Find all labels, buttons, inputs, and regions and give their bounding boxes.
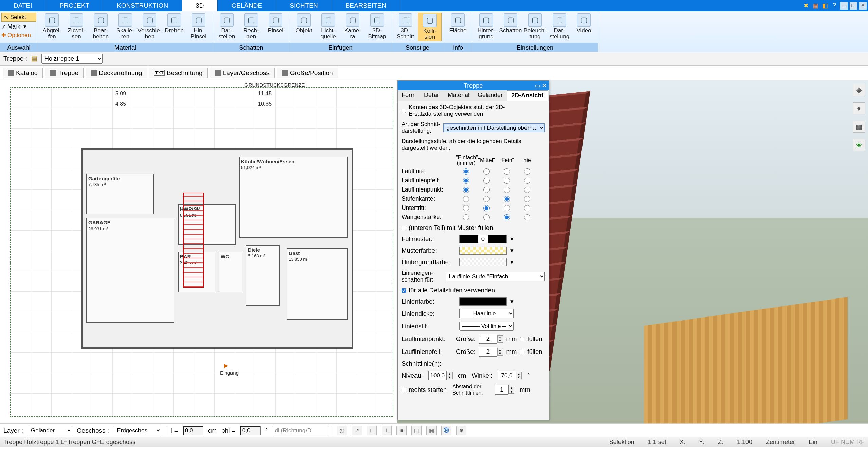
detail-radio[interactable] <box>483 168 490 175</box>
detail-radio[interactable] <box>504 168 510 175</box>
help-icon[interactable]: ? <box>831 2 838 10</box>
detail-radio[interactable] <box>524 205 530 211</box>
tree-icon[interactable]: ❀ <box>853 139 865 151</box>
ribbon-button[interactable]: ▢Skalie- ren <box>113 13 137 40</box>
ribbon-button[interactable]: ▢Bear- beiten <box>89 13 113 40</box>
groesse-position-button[interactable]: Größe/Position <box>277 68 338 78</box>
menu-projekt[interactable]: PROJEKT <box>46 0 104 11</box>
detail-radio[interactable] <box>504 196 510 202</box>
dropdown-icon[interactable]: ▾ <box>510 247 514 254</box>
fuellmuster-swatch[interactable]: 0 <box>459 235 507 243</box>
detail-radio[interactable] <box>463 214 469 220</box>
clock-icon[interactable]: ◷ <box>337 426 347 435</box>
beschriftung-button[interactable]: TXTBeschriftung <box>149 68 207 78</box>
detail-radio[interactable] <box>463 178 469 184</box>
ribbon-button[interactable]: ▢Drehen <box>162 13 186 34</box>
panel-close-icon[interactable]: ✕ <box>542 82 547 89</box>
deckenoeffnung-button[interactable]: Deckenöffnung <box>86 68 147 78</box>
muster-checkbox[interactable]: (unteren Teil) mit Muster füllen <box>402 224 545 232</box>
target-icon[interactable]: ⊕ <box>456 426 466 435</box>
linienstil-select[interactable]: ——— Volllinie ——— <box>459 322 514 331</box>
detail-radio[interactable] <box>483 214 490 220</box>
selected-stair[interactable] <box>183 193 204 288</box>
corner-icon[interactable]: ◱ <box>411 426 422 435</box>
window-icon[interactable]: ◧ <box>821 2 829 10</box>
tool-icon[interactable]: ✖ <box>802 2 810 10</box>
detail-radio[interactable] <box>463 187 469 193</box>
detail-radio[interactable] <box>463 205 469 211</box>
lpfeil-spinner[interactable]: ▲▼ <box>479 347 503 357</box>
ribbon-button[interactable]: ▢Kolli- sion <box>418 13 442 41</box>
mark-dropdown[interactable]: ↗ Mark. ▾ <box>1 23 36 30</box>
ribbon-button[interactable]: ▢Hinter- grund <box>474 13 498 40</box>
angle-icon[interactable]: ∟ <box>367 426 377 435</box>
detail-radio[interactable] <box>504 187 510 193</box>
ribbon-button[interactable]: ▢Abgrei- fen <box>40 13 64 40</box>
menu-3d[interactable]: 3D <box>182 0 218 11</box>
geschoss-select[interactable]: Erdgeschos <box>114 426 161 435</box>
menu-sichten[interactable]: SICHTEN <box>276 0 332 11</box>
arrow-icon[interactable]: ↗ <box>352 426 362 435</box>
layer-select[interactable]: Geländer <box>28 426 72 435</box>
katalog-button[interactable]: Katalog <box>3 68 43 78</box>
winkel-spinner[interactable]: ▲▼ <box>498 371 522 380</box>
alle-detail-checkbox[interactable]: für alle Detailstufen verwenden <box>402 287 545 294</box>
detail-radio[interactable] <box>483 205 490 211</box>
close-icon[interactable]: × <box>859 2 867 10</box>
optionen-button[interactable]: ✚ Optionen <box>1 32 36 39</box>
layers-icon[interactable]: ◈ <box>853 84 865 96</box>
chair-icon[interactable]: ♦ <box>853 102 865 114</box>
tab-detail[interactable]: Detail <box>420 90 444 101</box>
abstand-spinner[interactable]: ▲▼ <box>495 385 514 395</box>
detail-radio[interactable] <box>504 205 510 211</box>
ribbon-button[interactable]: ▢Objekt <box>292 13 316 34</box>
ribbon-button[interactable]: ▢Fläche <box>446 13 470 34</box>
ribbon-button[interactable]: ▢3D- Schnitt <box>393 13 417 40</box>
ribbon-button[interactable]: ▢Pinsel <box>264 13 288 34</box>
treppe-button[interactable]: Treppe <box>45 68 84 78</box>
niveau-spinner[interactable]: ▲▼ <box>428 371 453 380</box>
detail-radio[interactable] <box>483 196 490 202</box>
detail-radio[interactable] <box>483 178 490 184</box>
edges-checkbox[interactable]: Kanten des 3D-Objektes statt der 2D-Ersa… <box>402 104 545 117</box>
ribbon-button[interactable]: ▢Schatten <box>499 13 522 34</box>
liniendicke-select[interactable]: Haarlinie <box>459 309 514 318</box>
palette-icon[interactable]: ▦ <box>853 121 865 133</box>
menu-datei[interactable]: DATEI <box>0 0 46 11</box>
ribbon-button[interactable]: ▢Hin. Pinsel <box>187 13 210 40</box>
ribbon-button[interactable]: ▢Zuwei- sen <box>64 13 88 40</box>
grid-icon[interactable]: ▦ <box>426 426 437 435</box>
dropdown-icon[interactable]: ▾ <box>510 258 514 266</box>
detail-radio[interactable] <box>524 214 530 220</box>
tab-form[interactable]: Form <box>398 90 420 101</box>
treppe-select[interactable]: Holztreppe 1 <box>41 54 103 64</box>
phi-input[interactable] <box>240 426 261 435</box>
menu-bearbeiten[interactable]: BEARBEITEN <box>332 0 400 11</box>
panel-titlebar[interactable]: Treppe ▭✕ <box>398 81 549 90</box>
menu-konstruktion[interactable]: KONSTRUKTION <box>103 0 182 11</box>
ribbon-button[interactable]: ▢Dar- stellen <box>215 13 239 40</box>
tab-gelaender[interactable]: Geländer <box>474 90 507 101</box>
detail-radio[interactable] <box>483 187 490 193</box>
ribbon-button[interactable]: ▢Video <box>572 13 596 34</box>
linien-select[interactable]: Lauflinie Stufe "Einfach" <box>446 272 545 281</box>
ribbon-button[interactable]: ▢Beleuch- tung <box>523 13 547 40</box>
box-icon[interactable]: ▦ <box>812 2 819 10</box>
lpunkt-spinner[interactable]: ▲▼ <box>479 334 503 344</box>
musterfarbe-swatch[interactable] <box>459 247 507 255</box>
linienfarbe-swatch[interactable] <box>459 297 507 306</box>
ribbon-button[interactable]: ▢Dar- stellung <box>548 13 571 40</box>
lpunkt-fuellen[interactable]: füllen <box>520 335 542 343</box>
layers-icon[interactable]: ≡ <box>396 426 407 435</box>
minimize-icon[interactable]: – <box>840 2 848 10</box>
perp-icon[interactable]: ⊥ <box>382 426 392 435</box>
ribbon-button[interactable]: ▢Verschie- ben <box>138 13 162 40</box>
schnitt-select[interactable]: geschnitten mit Darstellung oberha <box>443 123 545 132</box>
hintergrundfarbe-swatch[interactable] <box>459 258 507 266</box>
detail-radio[interactable] <box>463 196 469 202</box>
layer-geschoss-button[interactable]: Layer/Geschoss <box>210 68 275 78</box>
detail-radio[interactable] <box>504 214 510 220</box>
detail-radio[interactable] <box>524 187 530 193</box>
tab-material[interactable]: Material <box>444 90 474 101</box>
dl-input[interactable] <box>273 426 327 435</box>
